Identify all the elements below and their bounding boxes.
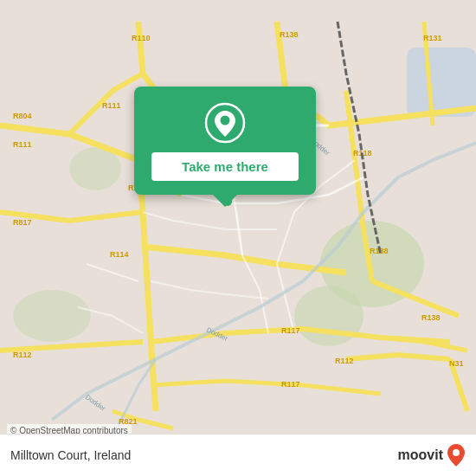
moovit-pin-icon [447, 443, 466, 467]
moovit-logo: moovit [398, 443, 466, 467]
svg-text:R117: R117 [281, 380, 300, 389]
svg-point-29 [221, 116, 230, 125]
svg-text:R111: R111 [13, 140, 32, 149]
location-name: Milltown Court, Ireland [10, 448, 131, 462]
svg-text:R111: R111 [102, 101, 121, 110]
popup-card[interactable]: Take me there [134, 87, 316, 195]
svg-text:R112: R112 [335, 357, 354, 365]
svg-text:R131: R131 [423, 34, 442, 42]
bottom-bar: Milltown Court, Ireland moovit [0, 434, 476, 476]
svg-text:R138: R138 [280, 30, 299, 39]
take-me-there-button[interactable]: Take me there [151, 152, 299, 181]
svg-text:N31: N31 [449, 359, 464, 368]
svg-point-30 [453, 449, 460, 456]
map-background: R804 R110 R138 R111 R111 R138 R817 R114 … [0, 0, 476, 476]
svg-text:R117: R117 [281, 326, 300, 335]
svg-point-3 [13, 290, 91, 342]
map-pin-dot [223, 197, 232, 206]
svg-text:R114: R114 [110, 250, 129, 259]
map-container: R804 R110 R138 R111 R111 R138 R817 R114 … [0, 0, 476, 476]
svg-text:R817: R817 [13, 218, 32, 227]
svg-text:R112: R112 [13, 351, 32, 359]
moovit-text: moovit [398, 447, 443, 463]
svg-text:R804: R804 [13, 112, 32, 120]
svg-text:R138: R138 [421, 313, 441, 322]
location-pin-icon [204, 102, 246, 144]
svg-point-2 [294, 286, 363, 346]
svg-text:R110: R110 [132, 34, 151, 42]
